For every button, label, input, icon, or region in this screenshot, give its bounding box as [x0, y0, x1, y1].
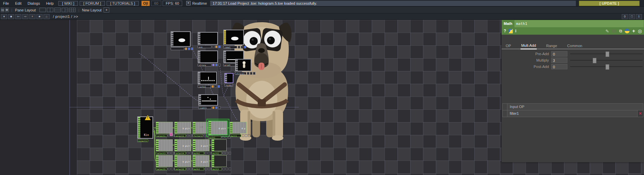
- param-slider-handle[interactable]: [593, 58, 596, 63]
- node-mult1[interactable]: 0 p: [230, 122, 247, 134]
- node-flag[interactable]: [191, 47, 193, 50]
- realtime-toggle[interactable]: ✕ Realtime: [186, 1, 207, 5]
- node-name-label[interactable]: [171, 47, 184, 50]
- node-flag[interactable]: [223, 168, 225, 170]
- node-flag-strip[interactable]: [156, 155, 159, 167]
- info-icon[interactable]: i: [515, 29, 516, 33]
- pane-split-icon[interactable]: ✥: [5, 8, 8, 12]
- midi-oi-indicator[interactable]: O|I: [141, 1, 150, 6]
- node-name-label[interactable]: mult3: [212, 168, 222, 170]
- menu-dialogs[interactable]: Dialogs: [25, 1, 43, 5]
- node-flag[interactable]: [226, 168, 228, 170]
- node-flag-strip[interactable]: [156, 122, 159, 133]
- node-select4[interactable]: 0 p1/r: [174, 139, 191, 151]
- node-flag[interactable]: [245, 134, 247, 137]
- node-flag[interactable]: [238, 46, 240, 48]
- link-button-forum[interactable]: [ FORUM ]: [80, 1, 105, 6]
- add-parameter-icon[interactable]: +: [632, 29, 635, 33]
- node-name-label[interactable]: vtrace1: [235, 72, 246, 75]
- node-flag[interactable]: [250, 72, 252, 75]
- node-flag[interactable]: [253, 72, 255, 75]
- node-flag[interactable]: [171, 152, 173, 154]
- home-button[interactable]: ⌂: [44, 14, 50, 19]
- target-icon[interactable]: ◎: [638, 29, 642, 33]
- menu-edit[interactable]: Edit: [12, 1, 25, 5]
- node-unnamed[interactable]: [171, 31, 191, 47]
- operator-name-field[interactable]: math1: [514, 20, 644, 27]
- node-name-label[interactable]: mult1: [230, 134, 241, 137]
- pane-preset-grid[interactable]: [69, 8, 76, 12]
- tab-op[interactable]: OP: [505, 43, 512, 49]
- param-slider[interactable]: [570, 51, 643, 57]
- node-flag-strip[interactable]: [209, 121, 211, 135]
- node-flag[interactable]: [215, 85, 217, 88]
- window-button[interactable]: □: [629, 14, 635, 19]
- node-flag[interactable]: [204, 134, 206, 137]
- node-flag-strip[interactable]: [230, 122, 232, 133]
- node-flag-strip[interactable]: [193, 155, 195, 167]
- input-op-value[interactable]: filter1: [507, 110, 637, 117]
- node-avg[interactable]: [198, 32, 218, 45]
- node-render1[interactable]: [224, 73, 233, 83]
- bookmark-button[interactable]: ★: [36, 14, 43, 19]
- node-name-label[interactable]: render1: [224, 84, 233, 86]
- forward-button[interactable]: ⇨: [22, 14, 28, 19]
- node-flag[interactable]: [248, 134, 250, 137]
- param-value-field[interactable]: 3: [551, 58, 567, 63]
- pane-preset-vsplit[interactable]: [47, 8, 53, 12]
- node-comp1[interactable]: [223, 30, 244, 45]
- node-flag[interactable]: [226, 152, 228, 154]
- realtime-checkbox-icon[interactable]: ✕: [186, 1, 191, 5]
- node-math3[interactable]: 0 p1/r: [193, 155, 209, 167]
- node-name-label[interactable]: avg: [198, 45, 212, 48]
- node-flag[interactable]: [205, 168, 207, 170]
- pane-type-dropdown[interactable]: ▾: [1, 14, 7, 19]
- node-select1[interactable]: [156, 122, 173, 134]
- message-count-button[interactable]: 0: [622, 14, 628, 19]
- node-flag[interactable]: [244, 46, 246, 48]
- update-button[interactable]: [ UPDATE ]: [579, 1, 640, 6]
- node-flag[interactable]: [208, 152, 210, 154]
- node-flag[interactable]: [218, 64, 221, 66]
- link-button-wiki[interactable]: [ WIKI ]: [58, 1, 78, 6]
- network-path[interactable]: / project1 / >>: [53, 14, 78, 19]
- new-layout-add-button[interactable]: +: [104, 7, 109, 12]
- node-flag-strip[interactable]: [138, 117, 140, 138]
- node-flag[interactable]: [190, 134, 192, 137]
- node-name-label[interactable]: xtrace: [198, 64, 212, 66]
- python-help-icon[interactable]: ?: [508, 29, 513, 33]
- node-light1[interactable]: [198, 94, 218, 106]
- node-flag[interactable]: [212, 64, 215, 66]
- node-name-label[interactable]: select5: [156, 168, 167, 170]
- node-flag[interactable]: [190, 168, 192, 170]
- param-value-field[interactable]: 0: [551, 64, 567, 69]
- menu-file[interactable]: File: [0, 1, 12, 5]
- node-math1[interactable]: 0 p1/r: [208, 120, 228, 135]
- node-flag[interactable]: [188, 47, 190, 50]
- node-flag[interactable]: [222, 136, 224, 139]
- back-button[interactable]: ⇦: [15, 14, 21, 19]
- node-flag[interactable]: [215, 64, 218, 66]
- node-flag[interactable]: [187, 134, 189, 137]
- node-math2[interactable]: 0 p1/r: [193, 139, 209, 151]
- param-value-field[interactable]: 0: [551, 51, 567, 57]
- node-name-label[interactable]: kinect1: [137, 139, 148, 142]
- pane-preset-hsplit[interactable]: [54, 8, 61, 12]
- node-name-label[interactable]: select2: [174, 134, 186, 137]
- node-flag[interactable]: [218, 45, 221, 48]
- node-name-label[interactable]: filter1: [193, 134, 203, 137]
- node-flag[interactable]: [208, 168, 210, 170]
- node-name-label[interactable]: light1: [198, 106, 212, 109]
- node-flag[interactable]: [215, 106, 218, 109]
- node-select2[interactable]: 0 p1/r: [174, 122, 191, 134]
- node-flag[interactable]: [218, 106, 221, 109]
- link-button-tutorials[interactable]: [ TUTORIALS ]: [107, 1, 139, 6]
- node-flag-strip[interactable]: [156, 140, 159, 151]
- node-flag-strip[interactable]: [212, 155, 214, 167]
- node-select3[interactable]: [156, 139, 173, 151]
- pane-preset-leftsplit[interactable]: [62, 8, 68, 12]
- node-name-label[interactable]: comp1: [223, 46, 237, 48]
- node-flag-strip[interactable]: [175, 122, 177, 133]
- node-flag[interactable]: [187, 152, 189, 154]
- node-name-label[interactable]: math3: [193, 168, 204, 170]
